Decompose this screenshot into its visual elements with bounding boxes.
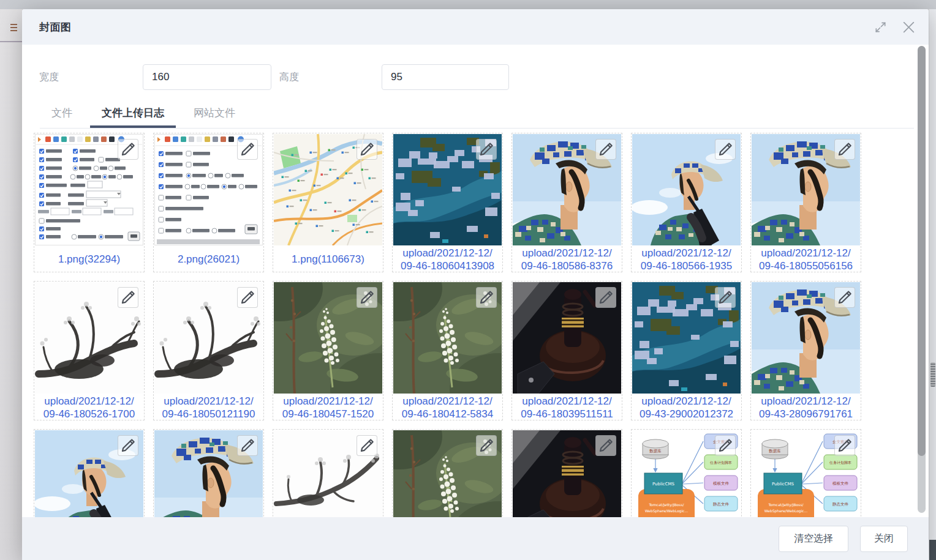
svg-text:Tomcat/Jetty/JBoss/: Tomcat/Jetty/JBoss/: [648, 502, 684, 507]
editor-settings-screenshot-a-thumbnail[interactable]: [35, 134, 143, 245]
close-button[interactable]: 关闭: [860, 526, 908, 552]
file-link[interactable]: upload/2021/12-12/ 09-46-180412-5834: [393, 394, 502, 420]
file-card[interactable]: [153, 429, 264, 517]
edit-pencil-icon[interactable]: [476, 287, 497, 308]
background-text-fragment: [10, 23, 17, 34]
edit-pencil-icon[interactable]: [834, 287, 855, 308]
edit-pencil-icon[interactable]: [834, 435, 855, 456]
file-card[interactable]: [392, 429, 503, 517]
ink-branch-painting-thumbnail[interactable]: [154, 282, 263, 394]
edit-pencil-icon[interactable]: [118, 435, 138, 456]
gavel-photo-thumbnail[interactable]: [513, 430, 621, 517]
edit-pencil-icon[interactable]: [237, 287, 258, 308]
file-card[interactable]: Tomcat/Jetty/JBoss/ WebSphere/WebLogic..…: [750, 429, 861, 517]
soldier-portrait-photo-thumbnail[interactable]: [752, 134, 860, 245]
file-link[interactable]: upload/2021/12-12/ 09-46-18055056156: [751, 246, 861, 272]
ink-branch-painting-thumbnail[interactable]: [35, 282, 143, 394]
file-card[interactable]: upload/2021/12-12/ 09-46-18050121190: [153, 281, 264, 420]
file-link[interactable]: upload/2021/12-12/ 09-46-180526-1700: [34, 394, 144, 420]
gavel-photo-thumbnail[interactable]: [513, 282, 621, 394]
file-link[interactable]: upload/2021/12-12/ 09-46-180457-1520: [273, 394, 383, 420]
edit-pencil-icon[interactable]: [476, 139, 497, 160]
white-flowers-photo-thumbnail[interactable]: [393, 430, 502, 517]
map-screenshot-thumbnail[interactable]: [274, 134, 382, 245]
svg-text:PublicCMS: PublicCMS: [772, 482, 794, 487]
width-input[interactable]: [143, 64, 271, 90]
architecture-diagram-thumbnail[interactable]: Tomcat/Jetty/JBoss/ WebSphere/WebLogic..…: [632, 430, 741, 517]
tab-files[interactable]: 文件: [40, 100, 84, 128]
soldier-portrait-photo-thumbnail[interactable]: [154, 430, 263, 517]
file-card[interactable]: [273, 429, 383, 517]
file-card[interactable]: [511, 429, 622, 517]
file-card[interactable]: Tomcat/Jetty/JBoss/ WebSphere/WebLogic..…: [631, 429, 742, 517]
camo-fabric-photo-thumbnail[interactable]: [632, 282, 741, 394]
clear-selection-button[interactable]: 清空选择: [779, 526, 848, 552]
expand-icon[interactable]: [872, 19, 888, 35]
file-card[interactable]: upload/2021/12-12/ 09-46-180566-1935: [631, 133, 742, 272]
svg-text:静态文件: 静态文件: [832, 502, 849, 507]
file-card[interactable]: 1.png(32294): [34, 133, 145, 272]
edit-pencil-icon[interactable]: [357, 139, 377, 160]
file-card[interactable]: upload/2021/12-12/ 09-46-180412-5834: [392, 281, 503, 420]
file-link[interactable]: 1.png(1106673): [273, 246, 383, 272]
file-card[interactable]: 1.png(1106673): [273, 133, 383, 272]
edit-pencil-icon[interactable]: [357, 435, 377, 456]
edit-pencil-icon[interactable]: [715, 287, 736, 308]
scrollbar-grip-icon[interactable]: [930, 362, 935, 387]
file-card[interactable]: [34, 429, 145, 517]
edit-pencil-icon[interactable]: [357, 287, 377, 308]
editor-settings-screenshot-b-thumbnail[interactable]: [154, 134, 263, 245]
file-card[interactable]: upload/2021/12-12/ 09-43-28096791761: [750, 281, 861, 420]
edit-pencil-icon[interactable]: [834, 139, 855, 160]
architecture-diagram-thumbnail[interactable]: Tomcat/Jetty/JBoss/ WebSphere/WebLogic..…: [752, 430, 860, 517]
dialog-scrollbar-thumb[interactable]: [918, 46, 926, 456]
edit-pencil-icon[interactable]: [476, 435, 497, 456]
file-link[interactable]: 1.png(32294): [34, 246, 144, 272]
height-label: 高度: [279, 71, 382, 84]
edit-pencil-icon[interactable]: [237, 139, 258, 160]
height-input[interactable]: [382, 64, 509, 90]
ink-branch-painting-2-thumbnail[interactable]: [274, 430, 382, 517]
soldier-rifle-photo-thumbnail[interactable]: [35, 430, 143, 517]
tab-upload-log[interactable]: 文件上传日志: [90, 100, 176, 128]
file-link[interactable]: upload/2021/12-12/ 09-43-29002012372: [632, 394, 741, 420]
file-link[interactable]: upload/2021/12-12/ 09-46-180566-1935: [632, 246, 741, 272]
svg-text:WebSphere/WebLogic...: WebSphere/WebLogic...: [764, 509, 808, 513]
file-card[interactable]: upload/2021/12-12/ 09-46-180526-1700: [34, 281, 145, 420]
edit-pencil-icon[interactable]: [595, 139, 616, 160]
edit-pencil-icon[interactable]: [118, 139, 138, 160]
file-card[interactable]: upload/2021/12-12/ 09-43-29002012372: [631, 281, 742, 420]
camo-fabric-photo-thumbnail[interactable]: [393, 134, 502, 245]
file-card[interactable]: upload/2021/12-12/ 09-46-180457-1520: [273, 281, 383, 420]
tab-site-files[interactable]: 网站文件: [182, 100, 247, 128]
file-link[interactable]: upload/2021/12-12/ 09-43-28096791761: [751, 394, 861, 420]
edit-pencil-icon[interactable]: [595, 287, 616, 308]
white-flowers-photo-thumbnail[interactable]: [274, 282, 382, 394]
file-link[interactable]: upload/2021/12-12/ 09-46-18060413908: [393, 246, 502, 272]
edit-pencil-icon[interactable]: [595, 435, 616, 456]
svg-text:PublicCMS: PublicCMS: [652, 482, 675, 487]
file-link[interactable]: upload/2021/12-12/ 09-46-18050121190: [154, 394, 263, 420]
soldier-portrait-photo-thumbnail[interactable]: [513, 134, 621, 245]
edit-pencil-icon[interactable]: [715, 139, 736, 160]
white-flowers-photo-thumbnail[interactable]: [393, 282, 502, 394]
edit-pencil-icon[interactable]: [715, 435, 736, 456]
close-icon[interactable]: [900, 19, 916, 35]
background-page-left-edge: [0, 9, 22, 560]
file-link[interactable]: upload/2021/12-12/ 09-46-180586-8376: [512, 246, 622, 272]
file-card[interactable]: upload/2021/12-12/ 09-46-18039511511: [511, 281, 622, 420]
file-card[interactable]: 2.png(26021): [153, 133, 264, 272]
dialog-content: 宽度 高度 文件 文件上传日志 网站文件 1.pn: [22, 45, 929, 517]
file-card[interactable]: upload/2021/12-12/ 09-46-18060413908: [392, 133, 503, 272]
file-link[interactable]: 2.png(26021): [154, 246, 263, 272]
background-page-scrollbar[interactable]: [929, 9, 936, 560]
svg-text:WebSphere/WebLogic...: WebSphere/WebLogic...: [645, 509, 689, 513]
edit-pencil-icon[interactable]: [237, 435, 258, 456]
edit-pencil-icon[interactable]: [118, 287, 138, 308]
file-link[interactable]: upload/2021/12-12/ 09-46-18039511511: [512, 394, 622, 420]
screen: 封面图 宽度: [0, 0, 936, 560]
soldier-rifle-photo-thumbnail[interactable]: [632, 134, 741, 245]
file-card[interactable]: upload/2021/12-12/ 09-46-180586-8376: [511, 133, 622, 272]
soldier-portrait-photo-thumbnail[interactable]: [752, 282, 860, 394]
file-card[interactable]: upload/2021/12-12/ 09-46-18055056156: [750, 133, 861, 272]
